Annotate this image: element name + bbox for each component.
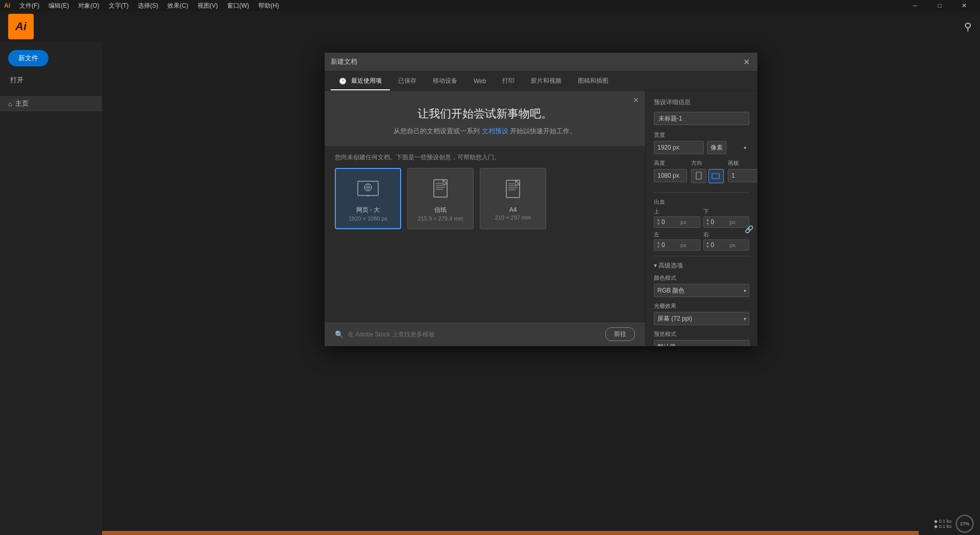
perf-line1: ◆ 0.1 ku xyxy=(934,519,951,524)
new-file-button[interactable]: 新文件 xyxy=(8,50,48,66)
template-letter-size: 215.9 × 279.4 mm xyxy=(418,215,463,222)
template-a4-size: 210 × 297 mm xyxy=(495,214,531,221)
preset-details-title: 预设详细信息 xyxy=(654,98,749,107)
template-a4-icon xyxy=(500,177,526,202)
home-icon: ⌂ xyxy=(8,100,12,108)
template-letter[interactable]: 信纸 215.9 × 279.4 mm xyxy=(407,168,474,229)
bottom-hint-bar xyxy=(102,531,919,535)
bleed-top-arrows[interactable]: ▲▼ xyxy=(656,218,660,226)
stock-search-bar: 🔍 前往 xyxy=(325,322,645,346)
bleed-right-input[interactable] xyxy=(710,240,728,250)
artboards-group: 画板 xyxy=(728,159,757,182)
artboards-input[interactable] xyxy=(728,169,757,182)
welcome-close-button[interactable]: ✕ xyxy=(633,96,639,104)
width-input[interactable] xyxy=(654,141,704,154)
preview-mode-label: 预览模式 xyxy=(654,330,749,338)
templates-hint: 您尚未创建任何文档。下面是一些预设创意，可帮助您入门。 xyxy=(335,153,635,162)
tab-illustration[interactable]: 图稿和插图 xyxy=(570,71,617,90)
bleed-left-label: 左 xyxy=(654,231,700,238)
document-name-input[interactable] xyxy=(654,112,749,125)
perf-text: ◆ 0.1 ku ◆ 0.1 ku xyxy=(934,519,951,529)
color-mode-select-wrapper: RGB 颜色 CMYK 颜色 xyxy=(654,284,749,297)
welcome-subtitle-post: 开始以快速开始工作。 xyxy=(510,127,576,135)
header-bar: Ai ⚲ xyxy=(0,11,980,42)
landscape-button[interactable] xyxy=(708,169,724,183)
orientation-group-container: 方向 xyxy=(691,159,724,183)
bleed-bottom-field: 下 ▲▼ px xyxy=(703,208,750,228)
color-mode-label: 颜色模式 xyxy=(654,274,749,282)
restore-button[interactable]: □ xyxy=(928,0,951,11)
template-a4-name: A4 xyxy=(509,206,517,213)
bleed-left-arrows[interactable]: ▲▼ xyxy=(656,241,660,249)
height-label: 高度 xyxy=(654,159,687,167)
minimize-button[interactable]: ─ xyxy=(903,0,927,11)
welcome-banner: ✕ 让我们开始尝试新事物吧。 从您自己的文档设置或一系列 文档预设 开始以快速开… xyxy=(325,91,645,146)
bleed-left-input[interactable] xyxy=(662,240,679,250)
raster-row: 屏幕 (72 ppi) 中 (150 ppi) 高 (300 ppi) xyxy=(654,312,749,325)
menu-window[interactable]: 窗口(W) xyxy=(223,1,253,11)
tab-print[interactable]: 打印 xyxy=(494,71,523,90)
template-web-large[interactable]: 网页 - 大 1920 × 1080 px xyxy=(335,168,401,229)
menu-object[interactable]: 对象(O) xyxy=(74,1,103,11)
width-row: 像素 毫米 厘米 英寸 xyxy=(654,141,749,154)
bleed-right-arrows[interactable]: ▲▼ xyxy=(706,241,710,249)
bleed-bottom-arrows[interactable]: ▲▼ xyxy=(706,218,710,226)
stock-search-input[interactable] xyxy=(348,331,601,338)
tab-film[interactable]: 胶片和视频 xyxy=(523,71,570,90)
menu-select[interactable]: 选择(S) xyxy=(134,1,162,11)
portrait-button[interactable] xyxy=(691,169,706,183)
height-input[interactable] xyxy=(654,169,687,182)
dialog-title-close-button[interactable]: ✕ xyxy=(741,57,751,67)
bleed-left-right-row: 左 ▲▼ px 右 xyxy=(654,231,749,251)
bleed-left-unit: px xyxy=(680,242,687,248)
modal-backdrop: 新建文档 ✕ 🕐 最近使用项 已保存 移动设备 Web 打印 胶片和视频 图稿和… xyxy=(102,42,980,535)
dialog-right-panel: 预设详细信息 宽度 像素 毫米 厘米 英寸 xyxy=(645,91,757,346)
welcome-subtitle: 从您自己的文档设置或一系列 文档预设 开始以快速开始工作。 xyxy=(345,127,625,136)
orientation-label: 方向 xyxy=(691,159,724,167)
bleed-link-icon[interactable]: 🔗 xyxy=(745,225,753,233)
tab-recent[interactable]: 🕐 最近使用项 xyxy=(331,71,390,90)
tab-web[interactable]: Web xyxy=(465,71,494,90)
content-area: 新建文档 ✕ 🕐 最近使用项 已保存 移动设备 Web 打印 胶片和视频 图稿和… xyxy=(102,42,980,535)
bleed-right-unit: px xyxy=(729,242,736,248)
menu-file[interactable]: 文件(F) xyxy=(15,1,43,11)
main-layout: 新文件 打开 ⌂ 主页 新建文档 ✕ 🕐 最近使用项 xyxy=(0,42,980,535)
preview-mode-select-wrapper: 默认值 像素 叠印 xyxy=(654,340,749,346)
bleed-top-input[interactable] xyxy=(662,217,679,227)
bleed-right-label: 右 xyxy=(703,231,750,238)
preview-mode-select[interactable]: 默认值 像素 叠印 xyxy=(654,340,749,346)
stock-search-go-button[interactable]: 前往 xyxy=(605,327,635,341)
template-web-large-name: 网页 - 大 xyxy=(356,206,380,214)
search-icon-header[interactable]: ⚲ xyxy=(964,20,972,33)
menu-help[interactable]: 帮助(H) xyxy=(254,1,283,11)
performance-circle: 27% xyxy=(955,515,974,533)
dialog-left-panel: ✕ 让我们开始尝试新事物吧。 从您自己的文档设置或一系列 文档预设 开始以快速开… xyxy=(325,91,645,346)
unit-select[interactable]: 像素 毫米 厘米 英寸 xyxy=(707,141,726,154)
color-mode-select[interactable]: RGB 颜色 CMYK 颜色 xyxy=(654,284,749,297)
status-bar: ◆ 0.1 ku ◆ 0.1 ku 27% xyxy=(928,513,980,535)
template-web-large-icon xyxy=(355,176,381,202)
menu-effect[interactable]: 效果(C) xyxy=(163,1,192,11)
bleed-section: 上 ▲▼ px 下 xyxy=(654,208,749,251)
template-letter-name: 信纸 xyxy=(434,206,447,214)
menu-text[interactable]: 文字(T) xyxy=(105,1,133,11)
menu-edit[interactable]: 编辑(E) xyxy=(44,1,73,11)
advanced-toggle[interactable]: ▾ 高级选项 xyxy=(654,261,749,270)
tab-saved[interactable]: 已保存 xyxy=(390,71,425,90)
welcome-link[interactable]: 文档预设 xyxy=(482,127,508,135)
raster-select[interactable]: 屏幕 (72 ppi) 中 (150 ppi) 高 (300 ppi) xyxy=(654,312,749,325)
bleed-right-input-wrap: ▲▼ px xyxy=(703,239,750,251)
bleed-bottom-input-wrap: ▲▼ px xyxy=(703,216,750,228)
search-icon: 🔍 xyxy=(335,330,344,338)
welcome-subtitle-pre: 从您自己的文档设置或一系列 xyxy=(394,127,480,135)
sidebar: 新文件 打开 ⌂ 主页 xyxy=(0,42,102,535)
tab-mobile[interactable]: 移动设备 xyxy=(425,71,465,90)
menu-view[interactable]: 视图(V) xyxy=(193,1,222,11)
close-window-button[interactable]: ✕ xyxy=(952,0,976,11)
new-document-dialog: 新建文档 ✕ 🕐 最近使用项 已保存 移动设备 Web 打印 胶片和视频 图稿和… xyxy=(324,52,758,347)
bleed-bottom-input[interactable] xyxy=(710,217,728,227)
template-a4[interactable]: A4 210 × 297 mm xyxy=(480,168,546,229)
open-button[interactable]: 打开 xyxy=(8,75,94,86)
home-nav-item[interactable]: ⌂ 主页 xyxy=(0,96,102,111)
svg-rect-8 xyxy=(712,174,719,179)
